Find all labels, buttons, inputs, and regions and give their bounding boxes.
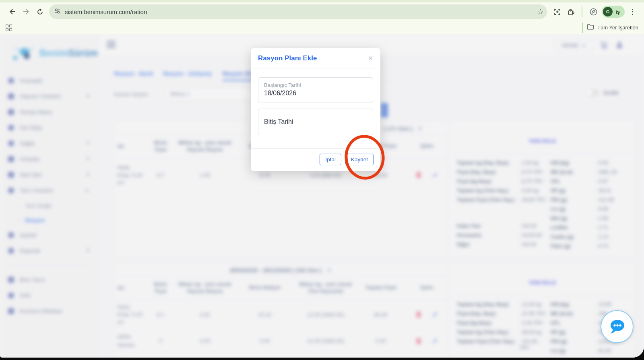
browser-menu-icon[interactable]: ⋮: [626, 7, 638, 16]
capture-icon[interactable]: [550, 5, 564, 19]
folder-icon: [587, 24, 594, 31]
end-date-field[interactable]: Bitiş Tarihi: [258, 109, 373, 135]
bookmark-star-icon[interactable]: ☆: [537, 8, 544, 16]
start-date-field[interactable]: Başlangıç Tarihi 18/06/2026: [258, 77, 373, 103]
forward-button[interactable]: [19, 5, 33, 19]
screen: sistem.benimsurum.com/ration ☆: [0, 0, 644, 360]
rasyon-plani-ekle-modal: Rasyon Planı Ekle × Başlangıç Tarihi 18/…: [251, 48, 380, 171]
apps-grid-icon[interactable]: [6, 25, 12, 31]
start-date-value: 18/06/2026: [264, 90, 367, 97]
save-button[interactable]: Kaydet: [345, 154, 374, 165]
modal-close-icon[interactable]: ×: [368, 54, 373, 63]
leaf-extension-icon[interactable]: [586, 5, 600, 19]
toolbar-divider: [582, 6, 582, 17]
start-date-label: Başlangıç Tarihi: [264, 82, 367, 88]
bookmarks-folder-label[interactable]: Tüm Yer İşaretleri: [597, 25, 638, 31]
end-date-label: Bitiş Tarihi: [264, 118, 293, 125]
bookmarks-bar: Tüm Yer İşaretleri: [0, 21, 644, 34]
app-area: BenimSürüm Anasayfa Hayvan Yönetimi Sür: [0, 34, 644, 358]
chat-bubble-icon: [608, 318, 626, 335]
extensions-puzzle-icon[interactable]: [564, 5, 578, 19]
chat-fab-button[interactable]: [601, 310, 634, 343]
browser-chrome: sistem.benimsurum.com/ration ☆: [0, 0, 644, 34]
bookmarks-divider: [582, 23, 583, 33]
url-bar[interactable]: sistem.benimsurum.com/ration ☆: [49, 4, 547, 19]
avatar: G: [603, 7, 613, 16]
cancel-button[interactable]: İptal: [320, 154, 341, 165]
url-text[interactable]: sistem.benimsurum.com/ration: [65, 8, 147, 15]
browser-window: sistem.benimsurum.com/ration ☆: [0, 0, 644, 358]
site-info-icon[interactable]: [54, 8, 61, 16]
back-button[interactable]: [6, 5, 19, 19]
modal-title: Rasyon Planı Ekle: [258, 54, 317, 62]
profile-name: iş: [615, 9, 620, 15]
profile-chip[interactable]: G iş: [602, 6, 625, 18]
browser-toolbar: sistem.benimsurum.com/ration ☆: [0, 2, 644, 21]
reload-button[interactable]: [33, 5, 47, 19]
